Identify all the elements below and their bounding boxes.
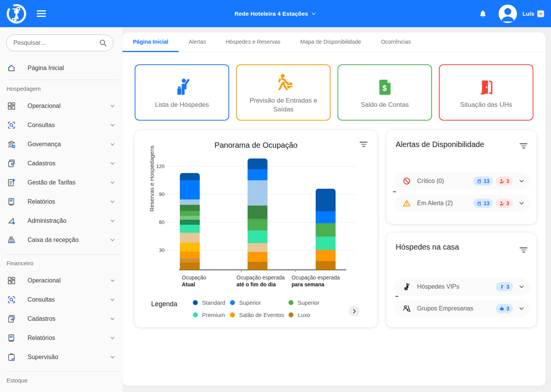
filter-icon[interactable] bbox=[360, 142, 367, 148]
chevron-down-icon bbox=[109, 297, 116, 303]
chevron-down-icon[interactable] bbox=[518, 283, 525, 290]
bar-segment bbox=[180, 252, 200, 258]
legend-dot bbox=[193, 300, 198, 305]
hotel-selector[interactable]: Rede Hoteleira 4 Estações bbox=[235, 10, 317, 17]
bar-segment bbox=[316, 211, 336, 223]
bar-segment bbox=[316, 237, 336, 250]
legend-dot bbox=[289, 300, 293, 305]
alert-row-critico[interactable]: Crítico (0) 13 3 bbox=[394, 172, 530, 190]
chevron-down-icon bbox=[109, 316, 116, 322]
chevron-down-icon bbox=[109, 278, 116, 284]
avatar[interactable] bbox=[499, 5, 517, 23]
chevron-down-icon bbox=[109, 199, 116, 205]
sidebar-item-label: Relatórios bbox=[28, 198, 55, 205]
menu-icon[interactable] bbox=[37, 9, 46, 18]
walking-arrows-icon bbox=[274, 73, 293, 93]
cash-register-icon bbox=[7, 235, 16, 245]
sidebar-item-operacional[interactable]: Operacional bbox=[0, 96, 122, 116]
search-input[interactable] bbox=[6, 34, 113, 51]
sidebar-item-pagina-inicial[interactable]: Página Inicial bbox=[0, 61, 122, 75]
copy-plus-icon bbox=[7, 159, 16, 168]
search-frame-icon bbox=[7, 295, 16, 304]
tab-pagina-inicial[interactable]: Página Inicial bbox=[122, 33, 179, 52]
sidebar-item-caixa-da-recepcao[interactable]: Caixa da recepção bbox=[0, 230, 122, 250]
chevron-down-icon bbox=[109, 237, 116, 243]
chevron-down-icon[interactable] bbox=[518, 200, 525, 207]
chart-title: Panorama de Ocupação bbox=[135, 141, 377, 150]
chevron-down-icon bbox=[109, 103, 116, 109]
dashboard-grid-icon bbox=[7, 101, 16, 111]
sidebar-item-cadastros[interactable]: Cadastros bbox=[0, 154, 122, 173]
y-tick-label: 60 bbox=[148, 219, 165, 225]
alert-row-em-alerta[interactable]: Em Alerta (2) 13 3 bbox=[394, 194, 530, 212]
shortcut-label: Lista de Hóspedes bbox=[147, 101, 217, 109]
occupancy-chart-card: Panorama de Ocupação Reservas e Hospedag… bbox=[135, 130, 377, 327]
previsao-entradas-saidas-card[interactable]: Previsão de Entradas e Saídas bbox=[236, 64, 331, 121]
alert-label: Em Alerta (2) bbox=[417, 200, 453, 207]
bar-segment bbox=[180, 216, 200, 220]
tab-ocorrencias[interactable]: Ocorrências bbox=[371, 33, 421, 52]
x-category-label: OcupaçãoAtual bbox=[182, 274, 206, 288]
lista-de-hospedes-card[interactable]: Lista de Hóspedes bbox=[135, 64, 229, 121]
chevron-down-icon bbox=[109, 218, 116, 224]
bar-segment bbox=[248, 252, 267, 262]
panel-title: Hóspedes na casa bbox=[396, 243, 459, 252]
tab-hospedes-e-reservas[interactable]: Hóspedes e Reservas bbox=[216, 33, 290, 52]
bar-segment bbox=[180, 211, 200, 216]
chevron-down-icon[interactable] bbox=[518, 305, 525, 312]
bar-segment bbox=[316, 250, 336, 261]
bar-segment bbox=[180, 180, 200, 199]
tab-alertas[interactable]: Alertas bbox=[179, 33, 216, 52]
stacked-bar[interactable] bbox=[316, 189, 336, 270]
search-icon[interactable] bbox=[99, 39, 107, 47]
sidebar-item-consultas[interactable]: Consultas bbox=[0, 116, 122, 135]
sidebar-item-supervisao[interactable]: Supervisão bbox=[0, 348, 122, 367]
filter-icon[interactable] bbox=[520, 247, 527, 254]
expand-chart-button[interactable] bbox=[349, 306, 360, 317]
sidebar-item-administracao[interactable]: Administração bbox=[0, 211, 122, 230]
shortcut-label: Saldo de Contas bbox=[352, 101, 417, 109]
bar-segment bbox=[180, 263, 200, 270]
guests-row-grupos[interactable]: Grupos Empresarias 3 bbox=[394, 300, 530, 317]
chevron-down-icon bbox=[109, 180, 116, 186]
legend-label: Premium bbox=[202, 312, 225, 318]
sidebar-item-label: Operacional bbox=[28, 277, 60, 284]
sidebar-item-label: Página Inicial bbox=[28, 65, 64, 72]
saldo-de-contas-card[interactable]: $ Saldo de Contas bbox=[337, 64, 432, 121]
sidebar-item-fin-operacional[interactable]: Operacional bbox=[0, 271, 122, 290]
notifications-icon[interactable] bbox=[479, 9, 487, 19]
report-icon bbox=[7, 197, 16, 206]
bank-check-icon bbox=[7, 140, 16, 149]
chevron-down-icon bbox=[310, 11, 316, 17]
legend-label: Salão de Eventos bbox=[239, 312, 284, 318]
sidebar-item-fin-cadastros[interactable]: Cadastros bbox=[0, 309, 122, 328]
legend-dot bbox=[230, 300, 235, 305]
sidebar-item-relatorios[interactable]: Relatórios bbox=[0, 192, 122, 211]
sidebar-item-fin-relatorios[interactable]: Relatórios bbox=[0, 328, 122, 348]
filter-icon[interactable] bbox=[520, 143, 527, 150]
sidebar-item-governanca[interactable]: Governança bbox=[0, 135, 122, 154]
chevron-down-icon bbox=[109, 122, 116, 128]
stacked-bar[interactable] bbox=[248, 158, 267, 270]
y-tick-label: 120 bbox=[148, 163, 165, 169]
sidebar-item-label: Supervisão bbox=[28, 354, 58, 361]
open-door-icon bbox=[477, 78, 496, 97]
shortcut-label: Situação das UHs bbox=[452, 101, 520, 109]
x-category-label: Ocupação esperadaaté o fim do dia bbox=[236, 274, 285, 288]
stacked-bar[interactable] bbox=[180, 173, 200, 270]
guests-row-vips[interactable]: Hóspedes VIPs 3 bbox=[394, 278, 530, 296]
copy-plus-icon bbox=[7, 314, 16, 323]
user-menu-caret[interactable] bbox=[537, 10, 544, 17]
situacao-das-uhs-card[interactable]: Situação das UHs bbox=[439, 64, 533, 121]
section-label-estoque: Estoque bbox=[7, 377, 122, 384]
chevron-down-icon[interactable] bbox=[518, 178, 525, 185]
vip-count-badge: 3 bbox=[496, 282, 513, 291]
bar-segment bbox=[248, 169, 267, 180]
bar-segment bbox=[248, 230, 267, 243]
dashboard-grid-icon bbox=[7, 276, 16, 285]
sidebar-item-fin-consultas[interactable]: Consultas bbox=[0, 290, 122, 309]
legend-item: Salão de Eventos bbox=[230, 312, 289, 318]
sidebar-item-gestao-de-tarifas[interactable]: Gestão de Tarifas bbox=[0, 173, 122, 192]
hotel-name: Rede Hoteleira 4 Estações bbox=[235, 10, 308, 17]
tab-mapa-de-disponibilidade[interactable]: Mapa de Disponibilidade bbox=[290, 33, 371, 52]
